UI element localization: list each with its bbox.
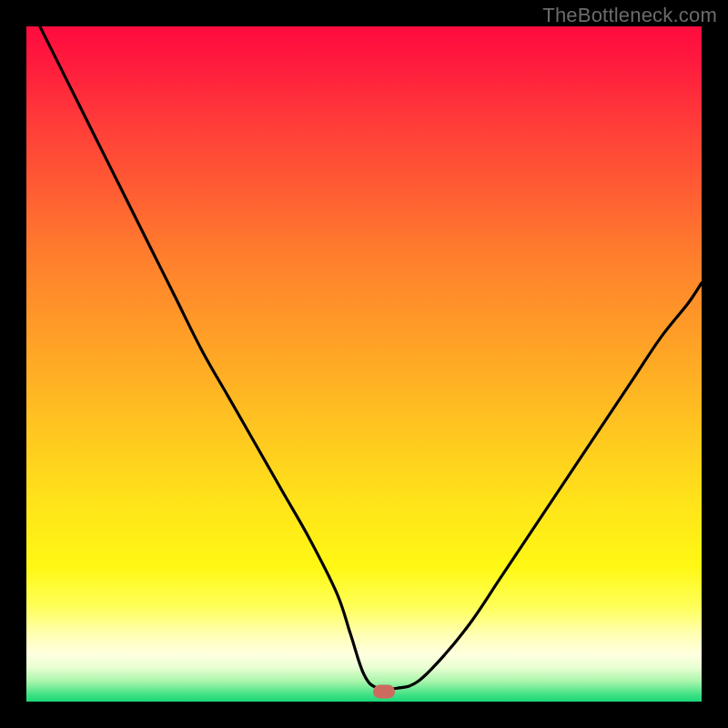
optimal-point-marker xyxy=(373,684,395,698)
plot-area xyxy=(26,26,702,702)
chart-frame: TheBottleneck.com xyxy=(0,0,728,728)
watermark-text: TheBottleneck.com xyxy=(542,4,717,27)
curve-svg xyxy=(26,26,702,702)
bottleneck-curve xyxy=(40,26,702,690)
